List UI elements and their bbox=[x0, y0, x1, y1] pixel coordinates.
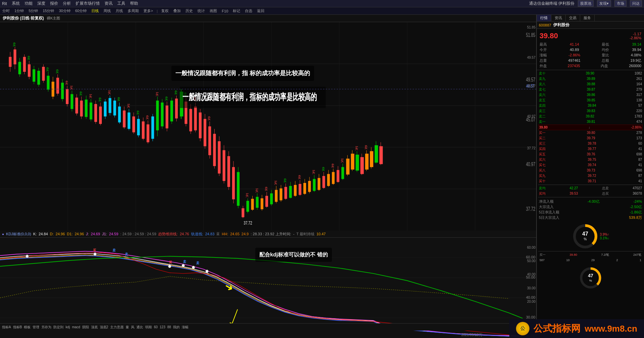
bottom-macd[interactable]: macd bbox=[72, 325, 80, 329]
menu-info[interactable]: 资讯 bbox=[104, 1, 113, 6]
svg-rect-72 bbox=[113, 101, 116, 115]
svg-rect-149 bbox=[265, 196, 268, 207]
svg-rect-44 bbox=[61, 83, 64, 99]
bottom-123[interactable]: 123 bbox=[160, 325, 165, 329]
bottom-manage[interactable]: 管理 bbox=[33, 325, 39, 330]
toolbar-diejia[interactable]: 叠加 bbox=[172, 8, 182, 13]
total-sell-row: 卖均 42.27 总卖 47027 bbox=[538, 186, 643, 191]
svg-text:卖: 卖 bbox=[146, 115, 149, 120]
bottom-tongbi[interactable]: 通比 bbox=[136, 325, 143, 330]
btn-wenda[interactable]: 问达 bbox=[630, 0, 642, 7]
menu-system[interactable]: 系统 bbox=[12, 1, 20, 6]
bottom-88[interactable]: 88 bbox=[167, 325, 171, 329]
detail-row-1: 买一 39.80 7.2/笔 247笔 bbox=[539, 252, 642, 257]
bottom-liang[interactable]: 量 bbox=[126, 325, 129, 330]
svg-point-222 bbox=[168, 265, 171, 268]
toolbar-back[interactable]: 返回 bbox=[256, 8, 265, 13]
menu-tools[interactable]: 工具 bbox=[117, 1, 125, 6]
tab-info[interactable]: 资讯 bbox=[551, 15, 566, 21]
svg-text:卖: 卖 bbox=[284, 178, 287, 183]
right-tabs: 行情 资讯 交易 服务 bbox=[537, 15, 644, 21]
toolbar-watchlist[interactable]: 自选 bbox=[244, 8, 253, 13]
menu-function[interactable]: 功能 bbox=[25, 1, 33, 6]
menu-depth[interactable]: 深度 bbox=[37, 1, 45, 6]
svg-rect-178 bbox=[323, 176, 325, 188]
svg-text:买: 买 bbox=[169, 261, 172, 264]
menu-analysis[interactable]: 分析 bbox=[63, 1, 71, 6]
bottom-feng[interactable]: 风 bbox=[131, 325, 134, 330]
toolbar-f10[interactable]: F10 bbox=[221, 9, 229, 13]
svg-rect-166 bbox=[299, 184, 301, 195]
toolbar-mark[interactable]: 标记 bbox=[232, 8, 241, 13]
kline-chart[interactable]: 51.85 49.57 45.07 40.97 37.72 卖 bbox=[0, 22, 536, 231]
bottom-zhangfu[interactable]: 涨幅 bbox=[182, 325, 188, 330]
kdj-range-time: - bbox=[293, 232, 295, 236]
btn-discover[interactable]: 发现▾ bbox=[597, 0, 611, 7]
tab-service[interactable]: 服务 bbox=[580, 15, 595, 21]
bottom-indicator-b[interactable]: 指标B bbox=[13, 325, 22, 330]
tab-quotes[interactable]: 行情 bbox=[537, 15, 551, 21]
bottom-kdj[interactable]: kdj bbox=[66, 325, 70, 329]
cap-flow-row2: 大宗流入 -2.50亿 bbox=[539, 204, 642, 209]
svg-text:卖: 卖 bbox=[27, 55, 30, 60]
toolbar-30m[interactable]: 30分钟 bbox=[58, 8, 72, 13]
bottom-yin[interactable]: 阴阳 bbox=[82, 325, 89, 330]
svg-text:卖: 卖 bbox=[98, 97, 101, 102]
current-price-sep: 39.80 ↓ -2.86% bbox=[538, 125, 643, 130]
toolbar-more[interactable]: 更多> bbox=[142, 8, 154, 13]
toolbar-weekly[interactable]: 周线 bbox=[102, 8, 112, 13]
price-scale-3: 45.07 bbox=[527, 84, 535, 88]
menu-quote[interactable]: 报价 bbox=[50, 1, 58, 6]
menu-market-expand[interactable]: 扩展市场行情 bbox=[76, 1, 100, 6]
svg-rect-64 bbox=[99, 106, 102, 124]
toolbar-monthly[interactable]: 月线 bbox=[115, 8, 124, 13]
stat-row-open: 今开 40.89 均价 39.94 bbox=[540, 47, 641, 52]
svg-rect-162 bbox=[289, 186, 292, 198]
svg-text:37.72: 37.72 bbox=[244, 220, 252, 226]
bottom-saveas[interactable]: 另存为 bbox=[41, 325, 51, 330]
toolbar-fen[interactable]: 分时 bbox=[1, 8, 11, 13]
bottom-zhuliyi[interactable]: 主力意愿 bbox=[110, 325, 124, 330]
buy-row-6: 买六 39.75 87 bbox=[538, 157, 643, 162]
toolbar-multi[interactable]: 多周期 bbox=[127, 8, 140, 13]
bottom-ruoqi[interactable]: 弱期 bbox=[145, 325, 152, 330]
svg-rect-59 bbox=[90, 103, 92, 119]
kdj-range: : 28.33 : 23.92 上升时间: bbox=[251, 232, 291, 237]
toolbar-daily[interactable]: 日线 bbox=[90, 8, 100, 13]
bottom-top2[interactable]: 顶底2 bbox=[100, 325, 109, 330]
bottom-template[interactable]: 模板 bbox=[24, 325, 31, 330]
svg-rect-84 bbox=[137, 119, 140, 135]
price-scale-2: 49.57 bbox=[527, 56, 535, 59]
toolbar-60m[interactable]: 60分钟 bbox=[74, 8, 88, 13]
svg-text:卖: 卖 bbox=[174, 90, 177, 95]
kdj-trend-val: 24.76 bbox=[180, 232, 189, 236]
toolbar-stats[interactable]: 统计 bbox=[197, 8, 206, 13]
bottom-60[interactable]: 60 bbox=[154, 325, 158, 329]
svg-rect-18 bbox=[9, 57, 11, 67]
detail-nums-1: 587 10 29 2 1 bbox=[539, 257, 642, 263]
svg-text:卖: 卖 bbox=[196, 261, 200, 265]
svg-rect-134 bbox=[237, 172, 240, 206]
btn-market[interactable]: 市场 bbox=[614, 0, 627, 7]
tab-trade[interactable]: 交易 bbox=[566, 15, 580, 21]
bottom-pin[interactable]: 防定到 bbox=[53, 325, 63, 330]
toolbar-fuquan[interactable]: 复权 bbox=[160, 8, 170, 13]
toolbar-1m[interactable]: 1分钟 bbox=[13, 8, 25, 13]
toolbar-15m[interactable]: 15分钟 bbox=[42, 8, 55, 13]
btn-stock-pool[interactable]: 股票池 bbox=[578, 0, 594, 7]
toolbar-5m[interactable]: 5分钟 bbox=[28, 8, 39, 13]
bottom-wode[interactable]: 我的 bbox=[173, 325, 180, 330]
svg-rect-130 bbox=[227, 156, 230, 187]
kdj-hh-val: 24.65 bbox=[230, 232, 240, 236]
menu-help[interactable]: 帮助 bbox=[130, 1, 138, 6]
bottom-indicator-a[interactable]: 指标A bbox=[2, 325, 11, 330]
cap-flow-row3: 5日净流入额 -1.86亿 bbox=[539, 209, 642, 215]
toolbar-history[interactable]: 历史 bbox=[184, 8, 194, 13]
sell-row-1: 卖一 39.81 474 bbox=[538, 119, 643, 125]
svg-rect-186 bbox=[337, 170, 339, 182]
toolbar-draw[interactable]: 画图 bbox=[209, 8, 218, 13]
kdj-d-value: 24.96 bbox=[56, 232, 65, 236]
buy-row-8: 买八 39.73 698 bbox=[538, 168, 643, 173]
bottom-top[interactable]: 顶底 bbox=[91, 325, 98, 330]
svg-text:60.00: 60.00 bbox=[526, 255, 535, 259]
